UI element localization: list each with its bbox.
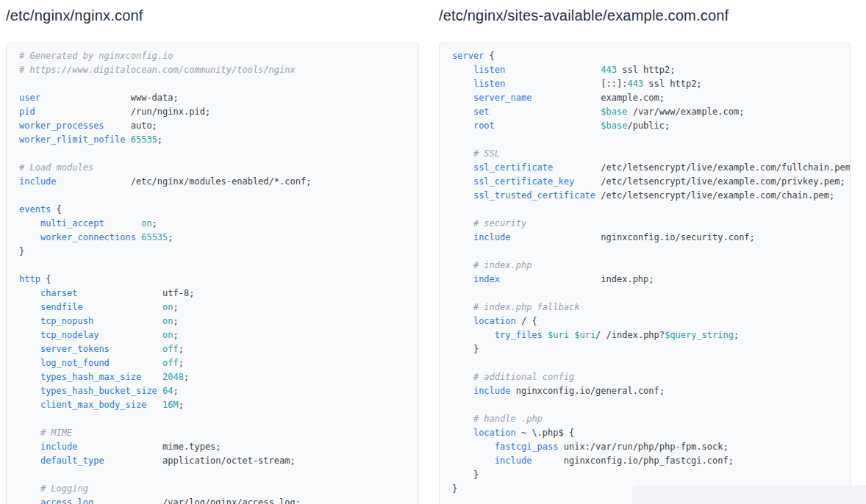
code-line: index index.php; bbox=[452, 273, 837, 287]
code-line: # handle .php bbox=[452, 412, 837, 426]
code-line: server_name example.com; bbox=[452, 91, 837, 105]
code-line: # index.php fallback bbox=[452, 300, 837, 314]
code-line: tcp_nodelay on; bbox=[19, 328, 406, 342]
code-line bbox=[452, 245, 837, 259]
code-line: } bbox=[452, 342, 837, 356]
code-line bbox=[452, 398, 837, 412]
code-block-site-conf: server { listen 443 ssl http2; listen [:… bbox=[440, 43, 850, 502]
code-line: include nginxconfig.io/php_fastcgi.conf; bbox=[452, 454, 837, 468]
code-line bbox=[19, 77, 406, 91]
code-line: } bbox=[19, 245, 406, 259]
bottom-right-tooltip-overlay bbox=[632, 485, 866, 504]
code-line: listen 443 ssl http2; bbox=[452, 63, 837, 77]
code-line: # security bbox=[452, 217, 837, 231]
code-line: # index.php bbox=[452, 259, 837, 273]
code-line bbox=[19, 412, 406, 426]
code-line: set $base /var/www/example.com; bbox=[452, 105, 837, 119]
code-line: types_hash_max_size 2048; bbox=[19, 370, 406, 384]
code-line: worker_rlimit_nofile 65535; bbox=[19, 133, 406, 147]
code-line: include nginxconfig.io/general.conf; bbox=[452, 384, 837, 398]
code-line: include /etc/nginx/modules-enabled/*.con… bbox=[19, 175, 406, 189]
code-line bbox=[19, 468, 406, 482]
code-line: # MIME bbox=[19, 426, 406, 440]
code-line: client_max_body_size 16M; bbox=[19, 398, 406, 412]
code-line: http { bbox=[19, 273, 406, 287]
code-line: fastcgi_pass unix:/var/run/php/php-fpm.s… bbox=[452, 440, 837, 454]
code-line: include mime.types; bbox=[19, 440, 406, 454]
code-line: default_type application/octet-stream; bbox=[19, 454, 406, 468]
code-line: listen [::]:443 ssl http2; bbox=[452, 77, 837, 91]
code-line: types_hash_bucket_size 64; bbox=[19, 384, 406, 398]
code-block-nginx-conf: # Generated by nginxconfig.io# https://w… bbox=[7, 43, 418, 504]
code-line: server { bbox=[452, 49, 837, 63]
code-line: server_tokens off; bbox=[19, 342, 406, 356]
code-line: # https://www.digitalocean.com/community… bbox=[19, 63, 406, 77]
code-line bbox=[19, 147, 406, 161]
code-line bbox=[452, 287, 837, 300]
code-line: worker_connections 65535; bbox=[19, 231, 406, 245]
code-line bbox=[452, 356, 837, 370]
code-line bbox=[19, 259, 406, 273]
page: /etc/nginx/nginx.conf /etc/nginx/sites-a… bbox=[0, 0, 866, 504]
code-line: location ~ \.php$ { bbox=[452, 426, 837, 440]
code-line: ssl_certificate_key /etc/letsencrypt/liv… bbox=[452, 175, 837, 189]
code-line: worker_processes auto; bbox=[19, 119, 406, 133]
code-panel-nginx-conf: # Generated by nginxconfig.io# https://w… bbox=[6, 43, 419, 504]
code-line: pid /run/nginx.pid; bbox=[19, 105, 406, 119]
code-line: try_files $uri $uri/ /index.php?$query_s… bbox=[452, 328, 837, 342]
code-line: ssl_trusted_certificate /etc/letsencrypt… bbox=[452, 189, 837, 203]
code-line: # SSL bbox=[452, 147, 837, 161]
file-title-site-conf: /etc/nginx/sites-available/example.com.c… bbox=[439, 7, 729, 24]
code-line: # Logging bbox=[19, 482, 406, 496]
code-line: events { bbox=[19, 203, 406, 217]
code-line bbox=[452, 133, 837, 147]
code-line: sendfile on; bbox=[19, 300, 406, 314]
code-line: } bbox=[452, 468, 837, 482]
code-line: # additional config bbox=[452, 370, 837, 384]
code-line: charset utf-8; bbox=[19, 287, 406, 300]
code-line: # Load modules bbox=[19, 161, 406, 175]
code-line bbox=[452, 203, 837, 217]
code-panel-site-conf: server { listen 443 ssl http2; listen [:… bbox=[439, 43, 851, 504]
file-title-nginx-conf: /etc/nginx/nginx.conf bbox=[6, 7, 143, 24]
code-line bbox=[19, 189, 406, 203]
code-line: user www-data; bbox=[19, 91, 406, 105]
code-line: log_not_found off; bbox=[19, 356, 406, 370]
code-line: tcp_nopush on; bbox=[19, 314, 406, 328]
code-line: ssl_certificate /etc/letsencrypt/live/ex… bbox=[452, 161, 837, 175]
code-line: root $base/public; bbox=[452, 119, 837, 133]
code-line: include nginxconfig.io/security.conf; bbox=[452, 231, 837, 245]
code-line: access_log /var/log/nginx/access.log; bbox=[19, 496, 406, 504]
code-line: multi_accept on; bbox=[19, 217, 406, 231]
code-line: location / { bbox=[452, 314, 837, 328]
code-line: # Generated by nginxconfig.io bbox=[19, 49, 406, 63]
